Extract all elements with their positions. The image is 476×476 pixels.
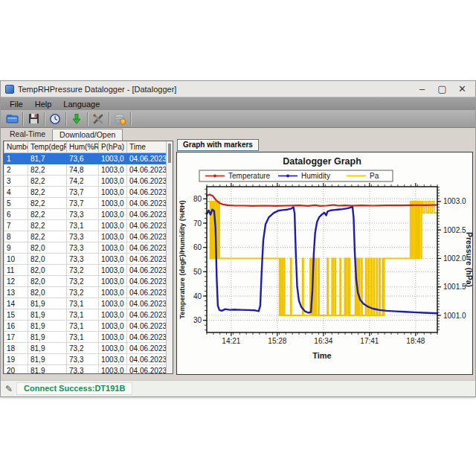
table-cell: 73,3 xyxy=(67,354,99,365)
device-info-button[interactable]: ? xyxy=(111,111,129,126)
realtime-clock-button[interactable] xyxy=(46,111,64,126)
table-cell: 1003,0 xyxy=(99,209,127,220)
table-cell: 82,2 xyxy=(28,198,67,209)
table-row[interactable]: 482,273,71003,004.06.2023 13... xyxy=(4,187,167,198)
graph-markers-button[interactable]: Graph with markers xyxy=(177,139,259,151)
chart-title: Datalogger Graph xyxy=(283,156,361,167)
toolbar-separator xyxy=(65,112,66,126)
save-button[interactable] xyxy=(25,111,42,126)
table-row[interactable]: 1581,973,11003,004.06.2023 13... xyxy=(4,309,167,321)
toolbar-separator xyxy=(44,112,45,126)
table-row[interactable]: 1481,973,11003,004.06.2023 13... xyxy=(4,298,167,309)
tab-download-open[interactable]: Download/Open xyxy=(52,129,123,141)
minimize-button[interactable]: – xyxy=(412,82,432,97)
column-header[interactable]: Time xyxy=(127,141,167,153)
menu-item-language[interactable]: Language xyxy=(57,99,106,109)
menubar: File Help Language xyxy=(1,97,475,110)
table-row[interactable]: 1681,973,11003,004.06.2023 13... xyxy=(4,321,167,332)
x-tick-label: 17:41 xyxy=(360,337,379,345)
table-cell: 1003,0 xyxy=(99,153,127,164)
table-cell: 1003,0 xyxy=(99,254,127,265)
maximize-button[interactable]: ▢ xyxy=(432,82,452,97)
table-cell: 19 xyxy=(4,354,28,365)
right-tick-label: 1001.0 xyxy=(443,312,466,320)
table-cell: 18 xyxy=(4,343,28,354)
table-cell: 04.06.2023 13... xyxy=(127,209,167,220)
floppy-disk-icon xyxy=(28,113,39,124)
legend-label: Pa xyxy=(370,172,379,180)
column-header[interactable]: Number xyxy=(4,141,28,153)
right-tick-label: 1003.0 xyxy=(443,197,466,205)
table-row[interactable]: 382,274,21003,004.06.2023 13... xyxy=(4,176,167,187)
table-cell: 1003,0 xyxy=(99,343,127,354)
scrollbar-thumb[interactable] xyxy=(168,144,171,163)
table-row[interactable]: 1082,073,31003,004.06.2023 13... xyxy=(4,254,167,265)
column-header[interactable]: Temp(degF) xyxy=(28,141,67,153)
table-row[interactable]: 1282,073,21003,004.06.2023 13... xyxy=(4,276,167,287)
column-header[interactable]: P(hPa) xyxy=(99,141,127,153)
table-row[interactable]: 2081,973,31003,004.06.2023 13... xyxy=(4,365,167,375)
table-cell: 82,0 xyxy=(28,276,67,287)
table-row[interactable]: 1781,973,11003,004.06.2023 13... xyxy=(4,332,167,343)
table-cell: 04.06.2023 13... xyxy=(127,242,167,254)
legend-marker-dot xyxy=(213,175,216,178)
table-cell: 82,2 xyxy=(28,209,67,220)
table-row[interactable]: 882,273,31003,004.06.2023 13... xyxy=(4,231,167,242)
x-tick-label: 16:34 xyxy=(314,337,332,345)
download-button[interactable] xyxy=(68,111,86,126)
table-cell: 04.06.2023 13... xyxy=(127,265,167,276)
column-header[interactable]: Hum(%RH) xyxy=(67,141,99,153)
table-row[interactable]: 1881,973,21003,004.06.2023 13... xyxy=(4,343,167,354)
table-cell: 74,8 xyxy=(67,164,99,176)
menu-item-file[interactable]: File xyxy=(4,99,29,109)
data-table-panel: NumberTemp(degF)Hum(%RH)P(hPa)Time 181,7… xyxy=(3,141,173,374)
table-row[interactable]: 282,274,81003,004.06.2023 13... xyxy=(4,164,167,176)
table-cell: 82,2 xyxy=(28,164,67,176)
table-cell: 3 xyxy=(4,176,28,187)
app-window: TempRHPressure Datalogger - [Datalogger]… xyxy=(0,80,476,397)
svg-text:?: ? xyxy=(121,119,124,124)
table-cell: 1003,0 xyxy=(99,198,127,209)
table-cell: 73,7 xyxy=(67,198,99,209)
table-cell: 1003,0 xyxy=(99,365,127,375)
table-cell: 81,9 xyxy=(28,365,67,375)
open-folder-icon xyxy=(6,113,19,124)
tab-real-time[interactable]: Real-Time xyxy=(3,129,52,140)
toolbar-separator xyxy=(109,112,109,126)
table-cell: 73,2 xyxy=(67,265,99,276)
table-cell: 17 xyxy=(4,332,28,343)
table-row[interactable]: 1981,973,31003,004.06.2023 13... xyxy=(4,354,167,365)
table-cell: 04.06.2023 13... xyxy=(127,287,167,298)
table-cell: 20 xyxy=(4,365,28,375)
table-cell: 82,0 xyxy=(28,287,67,298)
table-row[interactable]: 1182,073,21003,004.06.2023 13... xyxy=(4,265,167,276)
table-row[interactable]: 181,773,61003,004.06.2023 13... xyxy=(4,153,167,164)
window-title: TempRHPressure Datalogger - [Datalogger] xyxy=(18,85,412,94)
table-cell: 82,0 xyxy=(28,242,67,254)
open-file-button[interactable] xyxy=(3,111,21,126)
table-cell: 12 xyxy=(4,276,28,287)
menu-item-help[interactable]: Help xyxy=(29,99,58,109)
table-cell: 73,2 xyxy=(67,276,99,287)
right-tick-label: 1002.0 xyxy=(443,254,466,263)
settings-button[interactable] xyxy=(89,111,107,126)
table-cell: 04.06.2023 13... xyxy=(127,298,167,309)
table-cell: 04.06.2023 13... xyxy=(127,187,167,198)
app-icon xyxy=(5,85,14,94)
table-row[interactable]: 582,273,71003,004.06.2023 13... xyxy=(4,198,167,209)
table-cell: 1003,0 xyxy=(99,332,127,343)
table-row[interactable]: 1382,073,21003,004.06.2023 13... xyxy=(4,287,167,298)
table-scrollbar[interactable] xyxy=(166,141,173,373)
table-row[interactable]: 782,273,11003,004.06.2023 13... xyxy=(4,220,167,231)
table-cell: 82,2 xyxy=(28,220,67,231)
series-humidity xyxy=(207,206,437,313)
table-cell: 73,3 xyxy=(67,365,99,375)
series-pa xyxy=(207,202,437,315)
table-cell: 1003,0 xyxy=(99,242,127,254)
table-cell: 04.06.2023 13... xyxy=(127,354,167,365)
table-cell: 73,1 xyxy=(67,332,99,343)
x-tick-label: 18:48 xyxy=(406,337,425,345)
close-button[interactable]: ✕ xyxy=(452,82,472,97)
table-row[interactable]: 982,073,31003,004.06.2023 13... xyxy=(4,242,167,254)
table-row[interactable]: 682,273,31003,004.06.2023 13... xyxy=(4,209,167,220)
